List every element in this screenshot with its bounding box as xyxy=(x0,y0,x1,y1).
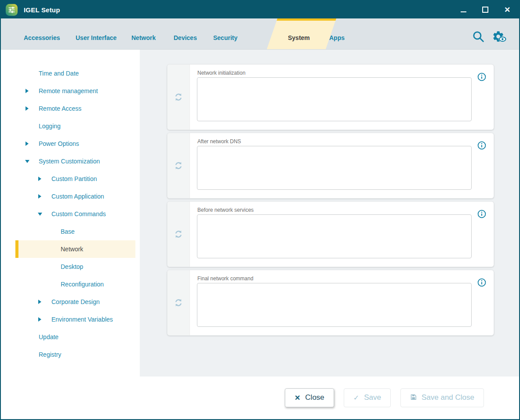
tab-security[interactable]: Security xyxy=(213,18,237,49)
chevron-right-icon[interactable] xyxy=(25,106,29,111)
chevron-right-icon[interactable] xyxy=(38,176,42,181)
sidebar-item-label: System Customization xyxy=(39,158,100,165)
tab-apps[interactable]: Apps xyxy=(329,18,345,49)
sidebar-item-reconfiguration[interactable]: Reconfiguration xyxy=(15,275,135,293)
sidebar-item-custom-application[interactable]: Custom Application xyxy=(15,188,135,205)
sidebar-item-label: Remote Access xyxy=(39,105,81,112)
panel-strip xyxy=(167,270,190,335)
sidebar-item-network[interactable]: Network xyxy=(15,240,135,258)
tab-label: Network xyxy=(131,34,156,41)
tab-devices[interactable]: Devices xyxy=(174,18,197,49)
command-panel-before-network-services: Before network services xyxy=(167,201,494,267)
sidebar-item-label: Power Options xyxy=(39,140,79,147)
refresh-icon[interactable] xyxy=(173,91,184,103)
command-textarea[interactable] xyxy=(197,214,472,258)
command-panel-final-network-command: Final network command xyxy=(167,270,494,336)
sidebar-item-system-customization[interactable]: System Customization xyxy=(15,152,135,170)
field-label: After network DNS xyxy=(197,138,494,145)
sidebar-item-label: Time and Date xyxy=(39,70,79,77)
sidebar-item-remote-access[interactable]: Remote Access xyxy=(15,100,135,117)
sidebar-item-remote-management[interactable]: Remote management xyxy=(15,82,135,100)
panel-strip xyxy=(167,133,190,198)
close-button[interactable]: ✕Close xyxy=(285,388,334,407)
chevron-right-icon[interactable] xyxy=(38,317,42,322)
sidebar-item-label: Remote management xyxy=(39,87,98,94)
field-label: Final network command xyxy=(197,275,494,282)
command-textarea[interactable] xyxy=(197,77,472,121)
chevron-right-icon[interactable] xyxy=(25,141,29,146)
command-panel-after-network-dns: After network DNS xyxy=(167,133,494,199)
sidebar-item-label: Registry xyxy=(39,351,61,358)
close-x-icon: ✕ xyxy=(295,394,300,402)
sidebar-item-power-options[interactable]: Power Options xyxy=(15,135,135,152)
sidebar-item-time-and-date[interactable]: Time and Date xyxy=(15,65,135,82)
refresh-icon[interactable] xyxy=(173,228,184,240)
sidebar-item-label: Desktop xyxy=(61,263,83,270)
content-area: Network initializationAfter network DNSB… xyxy=(140,50,519,377)
chevron-right-icon[interactable] xyxy=(38,299,42,304)
tab-label: Accessories xyxy=(24,34,60,41)
panel-body: Network initialization xyxy=(190,65,494,130)
tab-label: System xyxy=(288,34,310,41)
sidebar-item-desktop[interactable]: Desktop xyxy=(15,258,135,275)
button-label: Close xyxy=(305,393,324,402)
maximize-button[interactable] xyxy=(480,5,490,14)
sidebar-item-label: Network xyxy=(61,246,83,253)
tab-system[interactable]: System xyxy=(288,18,310,49)
tab-user-interface[interactable]: User Interface xyxy=(76,18,116,49)
panel-body: Final network command xyxy=(190,270,494,335)
command-textarea[interactable] xyxy=(197,146,472,190)
tab-label: User Interface xyxy=(76,34,116,41)
sidebar-item-label: Custom Partition xyxy=(51,175,97,182)
tab-label: Devices xyxy=(174,34,197,41)
save-and-close-button[interactable]: Save and Close xyxy=(400,388,484,407)
info-icon[interactable] xyxy=(477,141,487,150)
info-icon[interactable] xyxy=(477,278,487,287)
window-controls: ✕ xyxy=(458,5,512,14)
main-area: Time and DateRemote managementRemote Acc… xyxy=(1,50,519,377)
minimize-button[interactable] xyxy=(458,5,468,14)
chevron-right-icon[interactable] xyxy=(25,88,29,94)
chevron-down-icon[interactable] xyxy=(38,211,42,217)
panel-strip xyxy=(167,202,190,267)
command-panel-network-initialization: Network initialization xyxy=(167,64,494,130)
gear-eye-icon[interactable] xyxy=(492,30,507,43)
sidebar-item-base[interactable]: Base xyxy=(15,223,135,240)
sidebar-item-label: Reconfiguration xyxy=(61,281,104,288)
button-label: Save xyxy=(364,393,381,402)
tab-tools xyxy=(472,30,507,43)
sidebar-item-environment-variables[interactable]: Environment Variables xyxy=(15,311,135,328)
sidebar-item-update[interactable]: Update xyxy=(15,328,135,346)
sidebar-nav: Time and DateRemote managementRemote Acc… xyxy=(1,50,140,377)
sidebar-item-label: Update xyxy=(39,333,58,340)
sidebar-item-label: Custom Application xyxy=(51,193,104,200)
sidebar-item-corporate-design[interactable]: Corporate Design xyxy=(15,293,135,311)
tab-bar: AccessoriesUser InterfaceNetworkDevicesS… xyxy=(1,18,519,50)
refresh-icon[interactable] xyxy=(173,297,184,308)
search-icon[interactable] xyxy=(472,30,485,43)
sidebar-item-custom-partition[interactable]: Custom Partition xyxy=(15,170,135,188)
chevron-right-icon[interactable] xyxy=(38,194,42,199)
sidebar-item-label: Corporate Design xyxy=(51,298,100,305)
sidebar-item-label: Custom Commands xyxy=(51,210,106,217)
sidebar-item-logging[interactable]: Logging xyxy=(15,117,135,135)
save-button[interactable]: ✓Save xyxy=(344,388,391,407)
panel-body: Before network services xyxy=(190,202,494,267)
refresh-icon[interactable] xyxy=(173,160,184,171)
tab-label: Security xyxy=(213,34,237,41)
command-textarea[interactable] xyxy=(197,283,472,327)
sidebar-item-label: Logging xyxy=(39,123,61,130)
window-title: IGEL Setup xyxy=(24,6,60,14)
tab-accessories[interactable]: Accessories xyxy=(24,18,60,49)
check-icon: ✓ xyxy=(353,394,359,402)
sidebar-item-custom-commands[interactable]: Custom Commands xyxy=(15,205,135,223)
close-window-button[interactable]: ✕ xyxy=(502,5,512,14)
panel-strip xyxy=(167,65,190,130)
tab-network[interactable]: Network xyxy=(131,18,156,49)
chevron-down-icon[interactable] xyxy=(25,159,29,164)
sidebar-item-label: Environment Variables xyxy=(51,316,113,323)
sidebar-item-registry[interactable]: Registry xyxy=(15,346,135,363)
floppy-icon xyxy=(410,394,417,402)
info-icon[interactable] xyxy=(477,209,487,219)
info-icon[interactable] xyxy=(477,72,487,82)
